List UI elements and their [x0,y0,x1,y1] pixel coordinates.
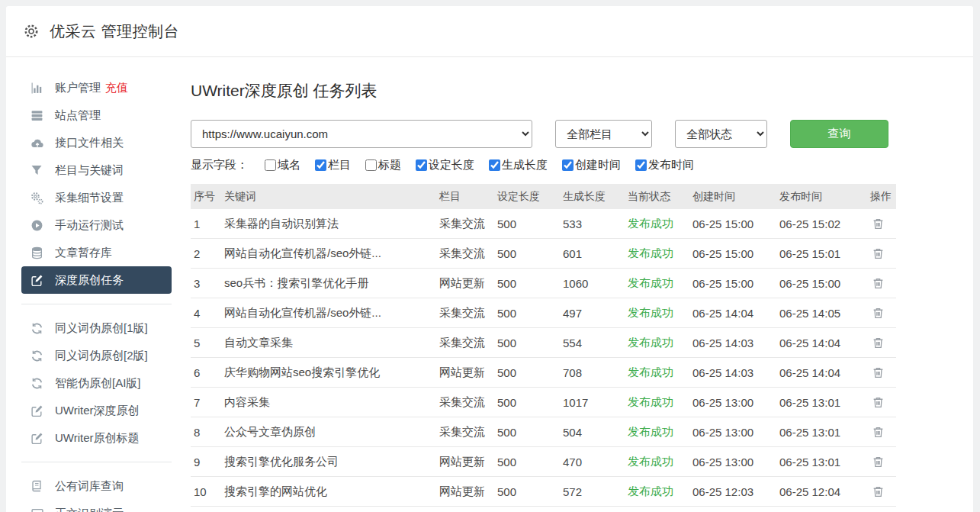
cell-status: 发布成功 [625,217,689,231]
sidebar-item-1[interactable]: 站点管理 [6,101,181,129]
cell-set-length: 500 [494,485,560,498]
sidebar-item-label: 手动运行测试 [55,218,124,233]
display-fields-label: 显示字段： [191,158,248,172]
cell-status: 发布成功 [625,485,689,499]
delete-button[interactable] [870,484,886,500]
sidebar-item-9[interactable]: 同义词伪原创[2版] [6,342,181,369]
sidebar-item-label: 栏目与关键词 [55,163,124,178]
sidebar-item-13[interactable]: 公有词库查询 [6,472,181,500]
sidebar-item-label: 文章暂存库 [55,246,112,260]
sidebar-item-label: 深度原创任务 [55,273,124,288]
sidebar-item-label: 账户管理 [55,81,101,95]
cell-gen-length: 504 [560,426,625,439]
delete-button[interactable] [870,365,886,381]
sidebar-item-0[interactable]: 账户管理 充值 [6,74,181,101]
cell-index: 3 [191,277,221,290]
field-checkbox-input[interactable] [315,159,326,171]
table-row: 1 采集器的自动识别算法 采集交流 500 533 发布成功 06-25 15:… [191,209,896,239]
field-checkbox-input[interactable] [416,159,427,171]
cell-published-time: 06-25 14:04 [776,337,867,349]
cell-keyword: 庆华购物网站seo搜索引擎优化 [221,365,436,380]
table-row: 4 网站自动化宣传机器/seo外链... 采集交流 500 497 发布成功 0… [191,298,896,328]
cell-gen-length: 1060 [560,277,625,290]
cell-created-time: 06-25 14:03 [689,366,776,379]
column-header-2: 栏目 [436,190,494,204]
sidebar-item-5[interactable]: 手动运行测试 [6,211,181,239]
cell-published-time: 06-25 15:00 [776,277,867,290]
stack-icon [31,109,44,122]
query-button[interactable]: 查询 [790,120,888,148]
recharge-badge[interactable]: 充值 [105,81,128,95]
table-row: 9 搜索引擎优化服务公司 网站更新 500 470 发布成功 06-25 13:… [191,447,896,477]
cell-category: 网站更新 [436,276,494,291]
cell-index: 4 [191,307,221,320]
sidebar-item-2[interactable]: 接口文件相关 [6,129,181,156]
field-checkbox-input[interactable] [635,159,647,171]
cell-published-time: 06-25 14:04 [776,366,867,379]
cell-status: 发布成功 [625,336,689,350]
delete-button[interactable] [870,454,886,470]
cell-created-time: 06-25 14:03 [689,337,776,349]
sidebar-item-3[interactable]: 栏目与关键词 [6,156,181,184]
field-checkbox-label: 发布时间 [648,158,694,172]
sidebar-item-11[interactable]: UWriter深度原创 [6,397,181,424]
cell-keyword: 网站自动化宣传机器/seo外链... [221,246,436,261]
delete-button[interactable] [870,335,886,351]
sidebar-item-10[interactable]: 智能伪原创[AI版] [6,369,181,397]
delete-button[interactable] [870,216,886,232]
cell-category: 网站更新 [436,455,494,469]
cell-index: 6 [191,366,221,379]
status-select[interactable]: 全部状态 [675,120,767,148]
table-row: 6 庆华购物网站seo搜索引擎优化 网站更新 500 708 发布成功 06-2… [191,358,896,388]
sidebar-item-12[interactable]: UWriter原创标题 [6,424,181,452]
cell-index: 7 [191,396,221,409]
sidebar-item-6[interactable]: 文章暂存库 [6,239,181,266]
delete-button[interactable] [870,246,886,262]
cloud-upload-icon [31,137,44,150]
gear-icon [23,23,40,40]
delete-button[interactable] [870,275,886,291]
sidebar-item-7[interactable]: 深度原创任务 [21,266,172,294]
display-fields-row: 显示字段： 域名 栏目 标题 设定长度 生成长度 创建时间 发布时间 [191,158,896,172]
sidebar-item-label: 接口文件相关 [55,136,124,150]
column-header-3: 设定长度 [494,190,560,204]
cell-status: 发布成功 [625,425,689,440]
site-select[interactable]: https://www.ucaiyun.com [191,120,532,148]
field-checkbox-group: 域名 栏目 标题 设定长度 生成长度 创建时间 发布时间 [265,158,708,172]
cell-keyword: 网站自动化宣传机器/seo外链... [221,306,436,320]
cell-set-length: 500 [494,337,560,349]
cell-published-time: 06-25 15:02 [776,217,867,230]
field-checkbox-2: 标题 [365,158,401,172]
cell-category: 采集交流 [436,217,494,231]
field-checkbox-0: 域名 [265,158,300,172]
cell-set-length: 500 [494,426,560,439]
delete-button[interactable] [870,424,886,440]
field-checkbox-input[interactable] [265,159,276,171]
cell-index: 8 [191,426,221,439]
page-title: UWriter深度原创 任务列表 [191,80,896,101]
sidebar-item-label: UWriter深度原创 [55,404,140,418]
top-bar: 优采云 管理控制台 [6,6,973,57]
refresh-icon [31,377,44,390]
sidebar-item-4[interactable]: 采集细节设置 [6,184,181,211]
cell-published-time: 06-25 14:05 [776,307,867,320]
delete-button[interactable] [870,394,886,411]
cell-gen-length: 708 [560,366,625,379]
cell-category: 采集交流 [436,336,494,350]
cell-index: 9 [191,456,221,469]
category-select[interactable]: 全部栏目 [555,120,652,148]
edit-icon [31,404,44,417]
sidebar-item-14[interactable]: 正文识别演示 [6,500,181,512]
cell-published-time: 06-25 13:01 [776,456,867,469]
delete-button[interactable] [870,305,886,321]
field-checkbox-input[interactable] [365,159,377,171]
cell-gen-length: 601 [560,247,625,260]
cell-index: 10 [191,485,221,498]
field-checkbox-input[interactable] [562,159,574,171]
sidebar-item-8[interactable]: 同义词伪原创[1版] [6,314,181,342]
edit-icon [31,274,44,287]
cell-created-time: 06-25 15:00 [689,277,776,290]
sidebar-item-label: UWriter原创标题 [55,431,140,446]
play-icon [31,219,44,232]
field-checkbox-input[interactable] [489,159,500,171]
